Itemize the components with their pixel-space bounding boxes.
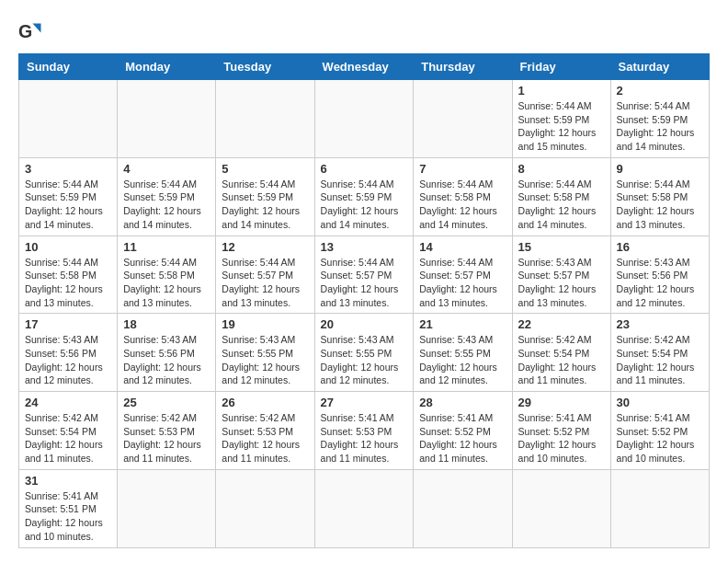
- calendar-cell: [118, 80, 216, 158]
- day-number: 30: [617, 396, 703, 409]
- day-number: 3: [25, 162, 111, 176]
- calendar-cell: 13Sunrise: 5:44 AM Sunset: 5:57 PM Dayli…: [314, 236, 414, 314]
- day-info: Sunrise: 5:43 AM Sunset: 5:55 PM Dayligh…: [321, 333, 408, 387]
- calendar-cell: 28Sunrise: 5:41 AM Sunset: 5:52 PM Dayli…: [414, 392, 512, 470]
- day-info: Sunrise: 5:44 AM Sunset: 5:57 PM Dayligh…: [419, 256, 506, 310]
- day-info: Sunrise: 5:43 AM Sunset: 5:55 PM Dayligh…: [419, 333, 506, 387]
- calendar-cell: 15Sunrise: 5:43 AM Sunset: 5:57 PM Dayli…: [512, 236, 610, 314]
- day-info: Sunrise: 5:44 AM Sunset: 5:59 PM Dayligh…: [518, 99, 605, 154]
- day-info: Sunrise: 5:42 AM Sunset: 5:53 PM Dayligh…: [222, 411, 308, 465]
- day-number: 26: [222, 396, 308, 409]
- day-number: 22: [518, 317, 605, 331]
- calendar-cell: 11Sunrise: 5:44 AM Sunset: 5:58 PM Dayli…: [118, 236, 216, 314]
- logo: G: [18, 18, 48, 44]
- day-info: Sunrise: 5:41 AM Sunset: 5:52 PM Dayligh…: [617, 411, 703, 465]
- weekday-header-monday: Monday: [118, 54, 216, 80]
- calendar-cell: 12Sunrise: 5:44 AM Sunset: 5:57 PM Dayli…: [216, 236, 314, 314]
- day-info: Sunrise: 5:44 AM Sunset: 5:58 PM Dayligh…: [617, 178, 703, 232]
- calendar-cell: 5Sunrise: 5:44 AM Sunset: 5:59 PM Daylig…: [216, 157, 314, 236]
- day-number: 28: [419, 396, 506, 409]
- calendar-cell: 4Sunrise: 5:44 AM Sunset: 5:59 PM Daylig…: [118, 157, 216, 236]
- day-number: 25: [123, 396, 210, 409]
- day-info: Sunrise: 5:41 AM Sunset: 5:51 PM Dayligh…: [25, 489, 111, 544]
- calendar-cell: [314, 80, 414, 158]
- day-number: 8: [518, 162, 605, 176]
- day-number: 31: [25, 474, 111, 488]
- calendar-cell: [216, 80, 314, 158]
- day-info: Sunrise: 5:42 AM Sunset: 5:53 PM Dayligh…: [123, 411, 210, 465]
- calendar-cell: 18Sunrise: 5:43 AM Sunset: 5:56 PM Dayli…: [118, 314, 216, 392]
- day-number: 18: [123, 317, 210, 331]
- day-number: 6: [321, 162, 408, 176]
- day-number: 24: [25, 396, 111, 409]
- day-number: 9: [617, 162, 703, 176]
- calendar-cell: 20Sunrise: 5:43 AM Sunset: 5:55 PM Dayli…: [314, 314, 414, 392]
- calendar-cell: 29Sunrise: 5:41 AM Sunset: 5:52 PM Dayli…: [512, 392, 610, 470]
- day-info: Sunrise: 5:42 AM Sunset: 5:54 PM Dayligh…: [617, 333, 703, 387]
- calendar-cell: 24Sunrise: 5:42 AM Sunset: 5:54 PM Dayli…: [19, 392, 118, 470]
- weekday-header-saturday: Saturday: [610, 54, 709, 80]
- day-number: 23: [617, 317, 703, 331]
- svg-marker-1: [32, 24, 40, 33]
- calendar-week-row: 31Sunrise: 5:41 AM Sunset: 5:51 PM Dayli…: [19, 469, 710, 547]
- day-number: 17: [25, 317, 111, 331]
- day-number: 15: [518, 240, 605, 254]
- calendar-week-row: 24Sunrise: 5:42 AM Sunset: 5:54 PM Dayli…: [19, 392, 710, 470]
- calendar-cell: [414, 80, 512, 158]
- calendar-week-row: 1Sunrise: 5:44 AM Sunset: 5:59 PM Daylig…: [19, 80, 710, 158]
- day-number: 29: [518, 396, 605, 409]
- calendar-cell: [314, 469, 414, 547]
- calendar-cell: 22Sunrise: 5:42 AM Sunset: 5:54 PM Dayli…: [512, 314, 610, 392]
- day-number: 20: [321, 317, 408, 331]
- day-number: 19: [222, 317, 308, 331]
- day-info: Sunrise: 5:43 AM Sunset: 5:56 PM Dayligh…: [25, 333, 111, 387]
- calendar-cell: [414, 469, 512, 547]
- calendar-cell: [118, 469, 216, 547]
- calendar-cell: 8Sunrise: 5:44 AM Sunset: 5:58 PM Daylig…: [512, 157, 610, 236]
- day-number: 16: [617, 240, 703, 254]
- calendar-cell: [610, 469, 709, 547]
- weekday-header-friday: Friday: [512, 54, 610, 80]
- calendar-cell: 27Sunrise: 5:41 AM Sunset: 5:53 PM Dayli…: [314, 392, 414, 470]
- calendar-cell: 9Sunrise: 5:44 AM Sunset: 5:58 PM Daylig…: [610, 157, 709, 236]
- calendar-cell: 26Sunrise: 5:42 AM Sunset: 5:53 PM Dayli…: [216, 392, 314, 470]
- day-number: 14: [419, 240, 506, 254]
- day-info: Sunrise: 5:44 AM Sunset: 5:57 PM Dayligh…: [222, 256, 308, 310]
- calendar-cell: 14Sunrise: 5:44 AM Sunset: 5:57 PM Dayli…: [414, 236, 512, 314]
- calendar-cell: 31Sunrise: 5:41 AM Sunset: 5:51 PM Dayli…: [19, 469, 118, 547]
- calendar-cell: [216, 469, 314, 547]
- day-info: Sunrise: 5:43 AM Sunset: 5:57 PM Dayligh…: [518, 256, 605, 310]
- calendar-header-row: SundayMondayTuesdayWednesdayThursdayFrid…: [19, 54, 710, 80]
- calendar-week-row: 17Sunrise: 5:43 AM Sunset: 5:56 PM Dayli…: [19, 314, 710, 392]
- day-number: 5: [222, 162, 308, 176]
- calendar-cell: [19, 80, 118, 158]
- day-info: Sunrise: 5:44 AM Sunset: 5:58 PM Dayligh…: [419, 178, 506, 232]
- calendar-cell: 30Sunrise: 5:41 AM Sunset: 5:52 PM Dayli…: [610, 392, 709, 470]
- calendar-cell: 25Sunrise: 5:42 AM Sunset: 5:53 PM Dayli…: [118, 392, 216, 470]
- weekday-header-thursday: Thursday: [414, 54, 512, 80]
- day-info: Sunrise: 5:44 AM Sunset: 5:59 PM Dayligh…: [222, 178, 308, 232]
- calendar-cell: 3Sunrise: 5:44 AM Sunset: 5:59 PM Daylig…: [19, 157, 118, 236]
- day-number: 7: [419, 162, 506, 176]
- calendar-table: SundayMondayTuesdayWednesdayThursdayFrid…: [18, 53, 710, 548]
- day-info: Sunrise: 5:41 AM Sunset: 5:52 PM Dayligh…: [419, 411, 506, 465]
- svg-text:G: G: [18, 21, 32, 41]
- calendar-week-row: 10Sunrise: 5:44 AM Sunset: 5:58 PM Dayli…: [19, 236, 710, 314]
- calendar-cell: 10Sunrise: 5:44 AM Sunset: 5:58 PM Dayli…: [19, 236, 118, 314]
- day-number: 1: [518, 84, 605, 98]
- page-header: G: [18, 18, 710, 44]
- calendar-cell: 16Sunrise: 5:43 AM Sunset: 5:56 PM Dayli…: [610, 236, 709, 314]
- weekday-header-wednesday: Wednesday: [314, 54, 414, 80]
- day-info: Sunrise: 5:43 AM Sunset: 5:56 PM Dayligh…: [617, 256, 703, 310]
- calendar-cell: 19Sunrise: 5:43 AM Sunset: 5:55 PM Dayli…: [216, 314, 314, 392]
- day-info: Sunrise: 5:44 AM Sunset: 5:59 PM Dayligh…: [617, 99, 703, 154]
- day-info: Sunrise: 5:42 AM Sunset: 5:54 PM Dayligh…: [518, 333, 605, 387]
- weekday-header-tuesday: Tuesday: [216, 54, 314, 80]
- calendar-week-row: 3Sunrise: 5:44 AM Sunset: 5:59 PM Daylig…: [19, 157, 710, 236]
- day-info: Sunrise: 5:43 AM Sunset: 5:56 PM Dayligh…: [123, 333, 210, 387]
- day-info: Sunrise: 5:44 AM Sunset: 5:59 PM Dayligh…: [321, 178, 408, 232]
- day-info: Sunrise: 5:44 AM Sunset: 5:58 PM Dayligh…: [518, 178, 605, 232]
- day-number: 13: [321, 240, 408, 254]
- day-number: 4: [123, 162, 210, 176]
- day-info: Sunrise: 5:44 AM Sunset: 5:58 PM Dayligh…: [123, 256, 210, 310]
